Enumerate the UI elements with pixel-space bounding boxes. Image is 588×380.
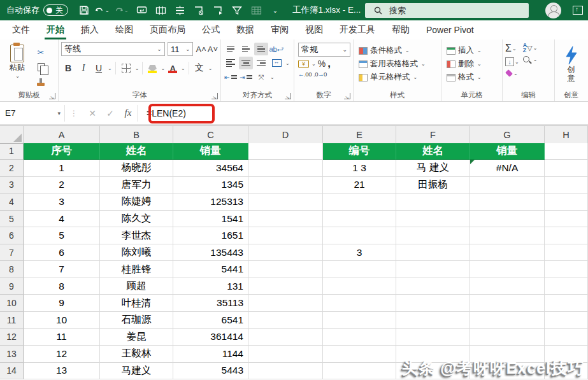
tab-开发工具[interactable]: 开发工具	[331, 20, 384, 39]
cell-G3[interactable]	[470, 177, 545, 194]
cell-E5[interactable]	[323, 211, 396, 228]
row-header-3[interactable]: 3	[0, 177, 24, 194]
tab-Power Pivot[interactable]: Power Pivot	[418, 20, 482, 39]
find-select-button[interactable]: ⌄	[523, 56, 538, 62]
cell-F12[interactable]	[396, 329, 470, 346]
row-height-icon[interactable]	[171, 2, 188, 18]
cell-D4[interactable]	[248, 194, 323, 211]
tab-插入[interactable]: 插入	[73, 20, 107, 39]
cell-B6[interactable]: 李世杰	[100, 227, 173, 244]
row-header-8[interactable]: 8	[0, 261, 24, 278]
cell-A8[interactable]: 7	[24, 261, 100, 278]
row-header-14[interactable]: 14	[0, 363, 24, 380]
cell-B8[interactable]: 桂胜锋	[100, 261, 173, 278]
filter-funnel-icon[interactable]	[229, 2, 245, 18]
cell-E7[interactable]: 3	[323, 244, 396, 262]
cell-C14[interactable]: 5443	[173, 363, 248, 380]
cell-C6[interactable]: 1651	[173, 227, 248, 244]
cell-A5[interactable]: 4	[24, 211, 100, 228]
column-header-B[interactable]: B	[100, 126, 173, 144]
cell-styles-button[interactable]: 单元格样式⌄	[356, 72, 438, 83]
cell-B3[interactable]: 唐军力	[100, 177, 173, 194]
cell-E2[interactable]: 1 3	[323, 160, 396, 177]
save-icon[interactable]	[76, 2, 92, 18]
creative-button[interactable]: 创意	[557, 42, 585, 83]
cell-G10[interactable]	[470, 295, 545, 312]
cell-B14[interactable]: 马建义	[100, 363, 173, 380]
cell-E4[interactable]	[323, 194, 396, 211]
cell-F3[interactable]: 田振杨	[396, 177, 470, 194]
row-header-13[interactable]: 13	[0, 346, 24, 363]
cell-D12[interactable]	[248, 329, 323, 346]
cell-F6[interactable]	[396, 227, 470, 244]
tab-数据[interactable]: 数据	[228, 20, 262, 39]
cell-B1[interactable]: 姓名	[100, 143, 173, 160]
row-header-5[interactable]: 5	[0, 211, 24, 228]
row-header-11[interactable]: 11	[0, 312, 24, 329]
format-painter-button[interactable]	[33, 75, 48, 88]
cell-H12[interactable]	[545, 329, 588, 346]
name-box[interactable]: E7 ▾	[1, 105, 65, 122]
borders-button[interactable]	[119, 61, 133, 75]
cell-D3[interactable]	[248, 177, 323, 194]
undo-icon[interactable]: ⌄	[95, 2, 111, 18]
cell-D14[interactable]	[248, 363, 323, 380]
row-header-4[interactable]: 4	[0, 194, 24, 211]
formula-input[interactable]: =LEN(E2)	[137, 105, 588, 122]
cell-A10[interactable]: 9	[24, 295, 100, 312]
cell-C10[interactable]: 35113	[173, 295, 248, 312]
tab-开始[interactable]: 开始	[38, 20, 73, 39]
cell-H6[interactable]	[545, 227, 588, 244]
conditional-formatting-button[interactable]: 条件格式⌄	[356, 45, 438, 56]
paste-button[interactable]: 粘贴 ⌄	[3, 42, 32, 90]
cell-F7[interactable]	[396, 244, 470, 262]
comma-style-button[interactable]: ,	[327, 60, 331, 67]
cell-D1[interactable]	[248, 143, 323, 160]
cell-E12[interactable]	[323, 329, 396, 346]
cut-button[interactable]: ✂	[33, 46, 48, 59]
cell-H5[interactable]	[545, 211, 588, 228]
column-header-G[interactable]: G	[470, 126, 545, 144]
enter-button[interactable]: ✓	[101, 105, 119, 122]
cell-F10[interactable]	[396, 295, 470, 312]
cell-A4[interactable]: 3	[24, 194, 100, 211]
autosum-button[interactable]: Σ⌄	[505, 43, 519, 54]
select-all-corner[interactable]	[0, 126, 24, 144]
cell-G4[interactable]	[470, 194, 545, 211]
wrap-text-button[interactable]: ab̲⮐	[269, 43, 283, 55]
alignment-dialog-launcher[interactable]	[285, 93, 291, 99]
cell-F11[interactable]	[396, 312, 470, 329]
cell-F2[interactable]: 马 建义	[396, 160, 470, 177]
redo-icon[interactable]: ⌄	[114, 2, 131, 18]
align-middle-button[interactable]	[239, 43, 253, 55]
clear-button[interactable]: ⌄	[505, 69, 519, 77]
cell-E10[interactable]	[323, 295, 396, 312]
cell-C12[interactable]: 361414	[173, 329, 248, 346]
cell-H7[interactable]	[545, 244, 588, 262]
cell-C8[interactable]: 5441	[173, 261, 248, 278]
cell-B12[interactable]: 姜昆	[100, 329, 173, 346]
tab-审阅[interactable]: 审阅	[262, 20, 297, 39]
search-input[interactable]: 搜索	[365, 3, 529, 18]
box-run-icon[interactable]	[210, 2, 226, 18]
cell-A13[interactable]: 12	[24, 346, 100, 363]
column-header-H[interactable]: H	[545, 126, 588, 144]
column-header-C[interactable]: C	[173, 126, 248, 144]
orientation-button[interactable]: ⤧	[254, 71, 268, 83]
copy-button[interactable]	[33, 60, 48, 73]
cell-A14[interactable]: 13	[24, 363, 100, 380]
autosave-toggle[interactable]: 关	[43, 4, 68, 16]
cell-G5[interactable]	[470, 211, 545, 228]
cell-E9[interactable]	[323, 278, 396, 295]
increase-indent-button[interactable]: ⇥	[239, 71, 253, 83]
fill-button[interactable]: ↓⌄	[505, 57, 519, 66]
cell-C2[interactable]: 34564	[173, 160, 248, 177]
delete-cells-button[interactable]: 删除⌄	[444, 59, 499, 69]
phonetic-guide-button[interactable]: 文	[192, 61, 206, 75]
cell-E6[interactable]	[323, 227, 396, 244]
cell-E8[interactable]	[323, 261, 396, 278]
cell-G12[interactable]	[470, 329, 545, 346]
font-size-select[interactable]: 11⌄	[168, 42, 194, 56]
align-right-button[interactable]	[254, 57, 268, 69]
row-header-10[interactable]: 10	[0, 295, 24, 312]
